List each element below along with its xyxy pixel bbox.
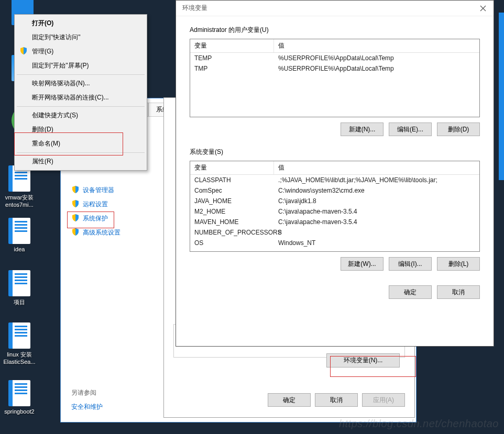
close-icon (480, 5, 486, 12)
column-value[interactable]: 值 (274, 39, 479, 52)
dialog-titlebar[interactable]: 环境变量 (176, 1, 494, 16)
desktop-icon-label: 项目 (1, 298, 38, 306)
cp-see-also: 另请参阅 安全和维护 (71, 388, 103, 411)
shield-icon (71, 199, 80, 209)
menu-properties[interactable]: 属性(R) (16, 154, 145, 169)
shield-icon (71, 185, 80, 195)
var-value: 8 (274, 227, 479, 238)
desktop-icon-linux[interactable]: linux 安装 ElasticSea... (1, 322, 38, 365)
dialog-title: 环境变量 (182, 4, 207, 13)
menu-shortcut[interactable]: 创建快捷方式(S) (16, 108, 145, 123)
variable-row[interactable]: TEMP%USERPROFILE%\AppData\Local\Temp (190, 53, 479, 63)
var-name: OS (190, 238, 274, 248)
desktop-icon-label: vmwar安装 entos7mi... (1, 194, 38, 208)
var-name: M2_HOME (190, 206, 274, 217)
menu-separator (17, 106, 145, 107)
var-value: %USERPROFILE%\AppData\Local\Temp (274, 53, 479, 63)
desktop-icon-idea[interactable]: idea (1, 218, 38, 252)
user-vars-list[interactable]: 变量 值 TEMP%USERPROFILE%\AppData\Local\Tem… (190, 39, 480, 117)
menu-pin-quick[interactable]: 固定到"快速访问" (16, 30, 145, 44)
system-vars-list[interactable]: 变量 值 CLASSPATH.;%JAVA_HOME%\lib\dt.jar;%… (190, 161, 480, 252)
document-icon (8, 270, 30, 296)
menu-open[interactable]: 打开(O) (16, 16, 145, 30)
close-button[interactable] (473, 1, 494, 16)
var-value: .;%JAVA_HOME%\lib\dt.jar;%JAVA_HOME%\lib… (274, 175, 479, 185)
document-icon (8, 380, 30, 406)
user-new-button[interactable]: 新建(N)... (341, 123, 384, 136)
var-name: JAVA_HOME (190, 196, 274, 206)
var-name: ComSpec (190, 185, 274, 196)
apply-button[interactable]: 应用(A) (362, 393, 405, 407)
var-value: C:\java\apache-maven-3.5.4 (274, 206, 479, 217)
shield-icon (71, 214, 80, 224)
var-value: C:\windows\system32\cmd.exe (274, 185, 479, 196)
see-also-label: 另请参阅 (71, 388, 103, 397)
environment-variables-dialog: 环境变量 Administrator 的用户变量(U) 变量 值 TEMP%US… (176, 0, 494, 347)
menu-delete[interactable]: 删除(D) (16, 123, 145, 137)
variable-row[interactable]: MAVEN_HOMEC:\java\apache-maven-3.5.4 (190, 217, 479, 227)
dialog-buttons: 确定 取消 应用(A) (268, 393, 405, 407)
window-edge (499, 13, 504, 180)
variable-row[interactable]: CLASSPATH.;%JAVA_HOME%\lib\dt.jar;%JAVA_… (190, 175, 479, 185)
variable-row[interactable]: M2_HOMEC:\java\apache-maven-3.5.4 (190, 206, 479, 217)
shield-icon (71, 228, 80, 238)
system-edit-button[interactable]: 编辑(I)... (389, 257, 432, 271)
user-button-row: 新建(N)... 编辑(E)... 删除(D) (190, 123, 480, 136)
desktop-icon-label: springboot2 (1, 408, 38, 415)
var-name: TEMP (190, 53, 274, 63)
system-vars-label: 系统变量(S) (190, 148, 480, 157)
system-button-row: 新建(W)... 编辑(I)... 删除(L) (190, 257, 480, 271)
document-icon (8, 322, 30, 349)
user-edit-button[interactable]: 编辑(E)... (389, 123, 432, 136)
var-value: C:\java\jdk1.8 (274, 196, 479, 206)
column-value[interactable]: 值 (274, 161, 479, 174)
ok-button[interactable]: 确定 (389, 285, 432, 299)
dialog-buttons: 确定 取消 (190, 285, 480, 299)
menu-disconnect[interactable]: 断开网络驱动器的连接(C)... (16, 91, 145, 105)
variable-row[interactable]: ComSpecC:\windows\system32\cmd.exe (190, 185, 479, 196)
var-value: Windows_NT (274, 238, 479, 248)
system-delete-button[interactable]: 删除(L) (437, 257, 480, 271)
var-name: NUMBER_OF_PROCESSORS (190, 227, 274, 238)
user-vars-label: Administrator 的用户变量(U) (190, 26, 480, 35)
user-delete-button[interactable]: 删除(D) (437, 123, 480, 136)
column-variable[interactable]: 变量 (190, 39, 274, 52)
var-name: CLASSPATH (190, 175, 274, 185)
ok-button[interactable]: 确定 (268, 393, 311, 407)
desktop-icon-project[interactable]: 项目 (1, 270, 38, 306)
variable-row[interactable]: TMP%USERPROFILE%\AppData\Local\Temp (190, 63, 479, 74)
desktop-icon-label: linux 安装 ElasticSea... (1, 351, 38, 365)
context-menu: 打开(O) 固定到"快速访问" 管理(G) 固定到"开始"屏幕(P) 映射网络驱… (14, 14, 147, 171)
menu-map-drive[interactable]: 映射网络驱动器(N)... (16, 76, 145, 91)
cancel-button[interactable]: 取消 (437, 285, 480, 299)
remote-settings-link[interactable]: 远程设置 (71, 199, 134, 209)
security-link[interactable]: 安全和维护 (71, 403, 103, 411)
desktop-icon-springboot[interactable]: springboot2 (1, 380, 38, 415)
document-icon (8, 218, 30, 244)
desktop-icon-vmware[interactable]: vmwar安装 entos7mi... (1, 165, 38, 208)
device-manager-link[interactable]: 设备管理器 (71, 185, 134, 195)
var-name: MAVEN_HOME (190, 217, 274, 227)
var-name: TMP (190, 63, 274, 74)
cancel-button[interactable]: 取消 (315, 393, 358, 407)
advanced-system-settings-link[interactable]: 高级系统设置 (71, 228, 134, 238)
var-value: %USERPROFILE%\AppData\Local\Temp (274, 63, 479, 74)
system-protection-link[interactable]: 系统保护 (71, 214, 134, 224)
variable-row[interactable]: JAVA_HOMEC:\java\jdk1.8 (190, 196, 479, 206)
menu-rename[interactable]: 重命名(M) (16, 137, 145, 151)
dialog-body: Administrator 的用户变量(U) 变量 值 TEMP%USERPRO… (176, 16, 494, 308)
var-value: C:\java\apache-maven-3.5.4 (274, 217, 479, 227)
column-variable[interactable]: 变量 (190, 161, 274, 174)
variable-row[interactable]: OSWindows_NT (190, 238, 479, 248)
menu-separator (17, 152, 145, 153)
menu-pin-start[interactable]: 固定到"开始"屏幕(P) (16, 59, 145, 73)
cp-left-panel: 控制面板主页 设备管理器 远程设置 系统保护 高级系统设置 (71, 159, 134, 242)
shield-icon (19, 47, 28, 57)
system-new-button[interactable]: 新建(W)... (341, 257, 384, 271)
desktop-icon-label: idea (1, 246, 38, 252)
menu-manage[interactable]: 管理(G) (16, 44, 145, 59)
variable-row[interactable]: NUMBER_OF_PROCESSORS8 (190, 227, 479, 238)
menu-separator (17, 74, 145, 75)
environment-variables-button[interactable]: 环境变量(N)... (326, 353, 400, 368)
list-header: 变量 值 (190, 39, 479, 53)
